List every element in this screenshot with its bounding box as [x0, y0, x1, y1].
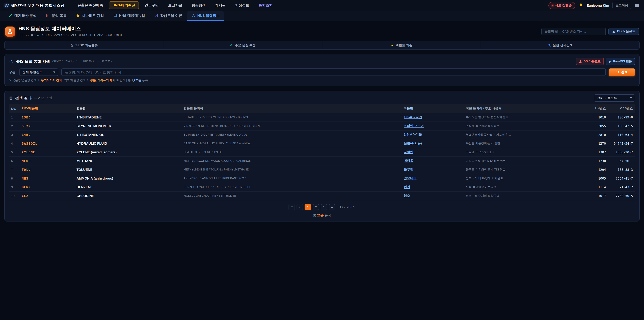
brand: W 해양환경 위기대응 통합시스템	[4, 3, 64, 8]
table-row: 1 13BD 1,3-BUTADIENE BUTADIENE / PYRROLY…	[9, 113, 635, 122]
search-panel-subtitle: (화물명/약자/제품명/동의어/CAS/UN번호 통합)	[52, 59, 112, 64]
panmis-link-button[interactable]: Pan-MIS 연동	[606, 58, 635, 65]
db-download-button[interactable]: DB 다운로드	[608, 28, 639, 35]
last-page-button[interactable]	[329, 204, 335, 210]
substance-link[interactable]: 염소	[404, 194, 410, 197]
section-risk-criteria[interactable]: 위험도 기준	[322, 41, 481, 49]
tab-scenario-management[interactable]: 시나리오 관리	[72, 11, 108, 21]
chevron-down-icon	[53, 72, 55, 73]
db-download-label: DB 다운로드	[617, 29, 635, 34]
menu-icon[interactable]	[634, 3, 640, 8]
table-row: 3 14BD 1,4-BUTANEDIOL BUTANE-1,4-DIOL / …	[9, 130, 635, 139]
substance-link[interactable]: 스티렌 모노머	[404, 124, 424, 128]
substance-link[interactable]: 톨루엔	[404, 167, 414, 171]
prev-page-button[interactable]	[297, 204, 303, 210]
search-panel: HNS 물질 통합 검색 (화물명/약자/제품명/동의어/CAS/UN번호 통합…	[4, 54, 640, 86]
folder-icon	[76, 14, 80, 18]
db-download-button[interactable]: DB 다운로드	[576, 58, 604, 65]
tab-label: 확산모델 이론	[160, 13, 182, 18]
section-sebc-classification[interactable]: SEBC 거동분류	[5, 41, 163, 49]
next-page-button[interactable]	[321, 204, 327, 210]
section-label: SEBC 거동분류	[75, 43, 98, 48]
cell-name-en: BENZENE	[74, 183, 182, 191]
cell-abbr: NH3	[20, 174, 74, 183]
first-page-button[interactable]	[289, 204, 295, 210]
nav-item-aerial-search[interactable]: 항공탐색	[188, 1, 209, 10]
cell-name-en: XYLENE (mixed isomers)	[74, 148, 182, 157]
cell-cas: 110-63-4	[608, 130, 635, 139]
incident-dot-icon	[552, 5, 553, 6]
cell-usage: 유압유·가동장비·선박 엔진	[464, 139, 584, 148]
tab-analysis-list[interactable]: 분석 목록	[42, 11, 71, 21]
logout-button[interactable]: 로그아웃	[612, 2, 631, 9]
substance-link[interactable]: 암모니아	[404, 176, 416, 180]
unified-search-input[interactable]	[62, 69, 606, 76]
cell-synonyms: BENZOL / CYCLOHEXATRIENE / PHENYL HYDRID…	[182, 183, 402, 191]
substance-link[interactable]: 벤젠	[404, 185, 410, 189]
total-count-line: 총 20종 등록	[9, 213, 635, 218]
search-button[interactable]: 검색	[609, 69, 635, 76]
bell-icon[interactable]	[578, 3, 583, 8]
nav-item-board[interactable]: 게시판	[211, 1, 229, 10]
cell-abbr: 14BD	[20, 130, 74, 139]
cell-cas: 7664-41-7	[608, 174, 635, 183]
download-icon	[612, 30, 615, 33]
cell-cas: 7782-50-5	[608, 191, 635, 200]
cell-un: 1005	[584, 174, 608, 183]
left-icon	[298, 206, 301, 209]
section-detail-search[interactable]: 물질 상세검색	[481, 41, 640, 49]
table-row: 9 BENZ BENZENE BENZOL / CYCLOHEXATRIENE …	[9, 183, 635, 191]
incident-status-badge[interactable]: 사고 진행중	[548, 2, 575, 9]
cell-usage: 크실렌·도료·용제 원료	[464, 148, 584, 157]
note-text: ※ 국문명/영문명 검색 시	[9, 79, 41, 82]
nav-item-rescue[interactable]: 긴급구난	[141, 1, 162, 10]
substance-link[interactable]: 자일렌	[404, 150, 414, 154]
tab-hns-manual[interactable]: HNS 대응매뉴얼	[109, 11, 150, 21]
nav-item-integrated-lookup[interactable]: 통합조회	[255, 1, 276, 10]
tab-label: HNS 물질정보	[198, 13, 220, 18]
tab-dispersion-analysis[interactable]: 대기확산 분석	[4, 11, 41, 21]
substance-link[interactable]: 메탄올	[404, 159, 414, 162]
selected-option: 전체 거동분류	[597, 96, 617, 100]
substance-link[interactable]: 윤활유(기유)	[404, 141, 422, 145]
classification-filter-select[interactable]: 전체 거동분류	[594, 94, 635, 102]
substance-link[interactable]: 1,3-부타디엔	[404, 115, 422, 119]
cell-synonyms: BASE OIL / HYDRAULIC FLUID / Y LUBE / em…	[182, 139, 402, 148]
top-bar: W 해양환경 위기대응 통합시스템 유출유 확산예측 HNS·대기확산 긴급구난…	[0, 0, 644, 11]
nav-item-weather[interactable]: 기상정보	[231, 1, 253, 10]
cell-name-en: AMMONIA (anhydrous)	[74, 174, 182, 183]
cell-no: 1	[9, 113, 20, 122]
nav-item-hns-dispersion[interactable]: HNS·대기확산	[109, 1, 139, 10]
cell-usage: 부틸렌글리콜·플라스틱 가소제 원료	[464, 130, 584, 139]
tab-hns-substance-info[interactable]: HNS 물질정보	[187, 11, 224, 21]
page-button-1[interactable]: 1	[305, 204, 311, 210]
tab-model-theory[interactable]: 확산모델 이론	[150, 11, 187, 21]
cell-synonyms: BUTANE-1,4-DIOL / TETRAMETHYLENE GLYCOL	[182, 130, 402, 139]
tab-label: 분석 목록	[52, 13, 67, 18]
cell-cas: 108-88-3	[608, 165, 635, 174]
cell-usage: 메틸알코올·석유화학 원료·연료	[464, 157, 584, 165]
table-row: 6 MEOH METHANOL METHYL ALCOHOL / WOOD AL…	[9, 157, 635, 165]
section-substance-properties[interactable]: 주요 물질 특성	[163, 41, 322, 49]
pencil-icon	[230, 44, 233, 47]
app-title: 해양환경 위기대응 통합시스템	[11, 3, 64, 8]
cell-no: 10	[9, 191, 20, 200]
nav-item-reports[interactable]: 보고자료	[164, 1, 186, 10]
cell-name-en: STYRENE MONOMER	[74, 122, 182, 130]
search-category-select[interactable]: 전체 통합검색	[20, 69, 58, 76]
cell-cas: 106-99-0	[608, 113, 635, 122]
cell-un: 1230	[584, 157, 608, 165]
cell-abbr: MEOH	[20, 157, 74, 165]
nav-item-oil-spill[interactable]: 유출유 확산예측	[74, 1, 107, 10]
page-button-2[interactable]: 2	[313, 204, 319, 210]
results-table: No. 약자/제품명 영문명 영문명 동의어 국문명 국문 동의어 / 주요 사…	[9, 104, 635, 200]
note-text: 로 검색 | 총	[116, 79, 132, 82]
table-row: 2 STYN STYRENE MONOMER VINYLBENZENE / ET…	[9, 122, 635, 130]
cell-un: 1270	[584, 139, 608, 148]
pencil-icon	[9, 14, 12, 18]
download-icon	[579, 60, 582, 63]
cell-cas: 67-56-1	[608, 157, 635, 165]
header-search-input[interactable]	[541, 28, 606, 35]
flask-icon	[70, 44, 73, 47]
substance-link[interactable]: 1,4-부탄디올	[404, 133, 422, 136]
